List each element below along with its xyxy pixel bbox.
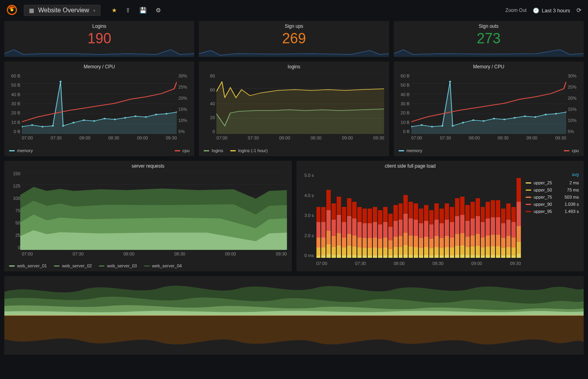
svg-point-17 (93, 120, 95, 122)
svg-point-40 (431, 126, 433, 128)
y-axis-right: 30%25%20%15%10%5% (178, 73, 192, 134)
svg-point-10 (31, 124, 33, 126)
bar (352, 202, 357, 258)
plot-area (22, 73, 177, 134)
topbar: ▦ Website Overview ▾ ★ ⇪ 💾 ⚙ Zoom Out 🕘 … (0, 0, 588, 21)
panel-memory-cpu-right[interactable]: Memory / CPU 60 B50 B40 B30 B20 B10 B0 B… (393, 61, 584, 157)
svg-point-12 (52, 125, 54, 127)
legend-header: avg (526, 172, 579, 177)
svg-point-15 (73, 122, 75, 124)
svg-point-45 (472, 120, 474, 121)
x-axis: 07:0007:3008:0008:3009:0009:30 (216, 135, 384, 140)
chevron-down-icon: ▾ (93, 8, 95, 13)
panel-page-load[interactable]: client side full page load 5.0 s4.0 s3.0… (296, 160, 584, 272)
y-axis-right: 30%25%20%15%10%5% (568, 73, 581, 134)
refresh-icon[interactable]: ⟳ (576, 7, 582, 14)
bar (342, 207, 346, 258)
svg-point-14 (62, 125, 64, 127)
grafana-logo-icon[interactable] (6, 4, 17, 17)
x-axis: 07:0007:3008:0008:3009:0009:30 (22, 135, 177, 140)
legend: memory cpu (4, 147, 194, 156)
bar (362, 209, 367, 258)
bar (409, 202, 413, 258)
bar (332, 203, 336, 258)
legend-row: upper_951.493 s (526, 208, 579, 215)
y-axis-left: 60 B50 B40 B30 B20 B10 B0 B (396, 73, 410, 134)
panel-server-requests[interactable]: server requests 1501251007550250 07:0007… (4, 160, 292, 272)
panel-signouts-stat[interactable]: Sign outs 273 (393, 21, 584, 57)
bar (383, 207, 388, 258)
y-axis-left: 806040200 (201, 73, 215, 134)
panel-signups-stat[interactable]: Sign ups 269 (199, 21, 389, 57)
bar (511, 207, 516, 258)
bar (460, 197, 465, 258)
bar (517, 178, 521, 258)
svg-point-13 (60, 81, 62, 82)
bar-chart (316, 173, 521, 258)
svg-point-47 (493, 118, 495, 119)
svg-point-50 (524, 115, 526, 117)
bar (424, 205, 428, 258)
bar (491, 200, 495, 258)
y-axis-left: 5.0 s4.0 s3.0 s2.0 s0 ms (299, 173, 314, 258)
dashboard-grid-icon: ▦ (29, 7, 34, 14)
streamgraph-svg (4, 276, 584, 355)
bar (455, 198, 459, 258)
panel-memory-cpu-left[interactable]: Memory / CPU 60 B50 B40 B30 B20 B10 B0 B… (4, 61, 195, 157)
time-range-picker[interactable]: 🕘 Last 3 hours (533, 8, 570, 14)
legend: web_server_01 web_server_02 web_server_0… (4, 262, 292, 271)
bar (429, 210, 434, 258)
x-axis: 07:0007:3008:0008:3009:0009:30 (316, 261, 521, 266)
svg-point-42 (449, 81, 451, 82)
y-axis-left: 60 B50 B40 B30 B20 B10 B0 B (7, 73, 20, 134)
svg-point-22 (145, 116, 147, 118)
bar (316, 207, 321, 258)
save-icon[interactable]: 💾 (139, 7, 147, 14)
panel-title: server requests (4, 161, 292, 170)
panel-streamgraph[interactable] (4, 276, 584, 355)
panel-title: Logins (4, 21, 194, 30)
zoom-out-button[interactable]: Zoom Out (505, 8, 526, 13)
panel-title: Sign outs (394, 21, 584, 30)
bar (501, 209, 505, 258)
bar (399, 203, 403, 258)
panel-title: Sign ups (199, 21, 389, 30)
legend: logins logins (-1 hour) (199, 147, 389, 156)
panel-title: Memory / CPU (394, 62, 584, 70)
sparkline (4, 43, 194, 57)
bar (357, 207, 362, 258)
bar (470, 202, 475, 258)
bar (481, 207, 485, 258)
legend-row: upper_75503 ms (526, 193, 579, 201)
bar (476, 198, 480, 258)
panel-logins-ts[interactable]: logins 806040200 07:0007:3008:0008:3009:… (199, 61, 389, 157)
panel-logins-stat[interactable]: Logins 190 (4, 21, 195, 57)
panel-title: Memory / CPU (4, 62, 194, 70)
bar (321, 207, 326, 258)
sparkline (199, 43, 389, 57)
svg-point-18 (104, 118, 106, 119)
svg-point-24 (166, 113, 168, 114)
dashboard-title: Website Overview (38, 7, 89, 14)
svg-point-53 (555, 113, 557, 114)
bar (378, 210, 382, 258)
svg-point-43 (451, 125, 453, 127)
bar (445, 203, 449, 258)
svg-point-11 (41, 126, 43, 128)
share-icon[interactable]: ⇪ (125, 7, 131, 14)
bar (326, 190, 331, 258)
bar (337, 197, 341, 258)
plot-area (411, 73, 566, 134)
svg-point-21 (135, 115, 137, 117)
settings-icon[interactable]: ⚙ (156, 7, 161, 14)
svg-point-44 (462, 122, 464, 124)
clock-icon: 🕘 (533, 8, 539, 14)
dashboard-picker[interactable]: ▦ Website Overview ▾ (24, 5, 100, 16)
svg-point-23 (155, 114, 157, 115)
panel-title: client side full page load (297, 161, 524, 170)
x-axis: 07:0007:3008:0008:3009:0009:30 (22, 251, 287, 256)
time-range-label: Last 3 hours (542, 8, 570, 14)
svg-point-39 (420, 124, 422, 126)
star-icon[interactable]: ★ (112, 7, 117, 14)
bar (393, 205, 398, 258)
